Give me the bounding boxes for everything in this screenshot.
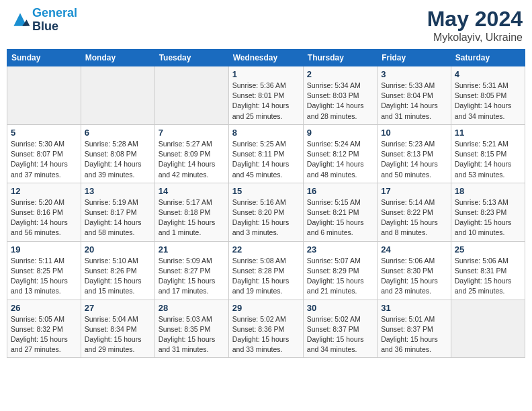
day-number: 27 bbox=[85, 303, 151, 313]
day-number: 11 bbox=[455, 128, 521, 138]
day-info: Sunrise: 5:25 AM Sunset: 8:11 PM Dayligh… bbox=[232, 139, 300, 180]
day-info: Sunrise: 5:16 AM Sunset: 8:20 PM Dayligh… bbox=[232, 197, 300, 238]
day-info: Sunrise: 5:19 AM Sunset: 8:17 PM Dayligh… bbox=[85, 197, 151, 238]
calendar-cell: 10Sunrise: 5:23 AM Sunset: 8:13 PM Dayli… bbox=[378, 124, 451, 183]
calendar-cell: 11Sunrise: 5:21 AM Sunset: 8:15 PM Dayli… bbox=[451, 124, 525, 183]
day-number: 5 bbox=[11, 128, 77, 138]
day-info: Sunrise: 5:03 AM Sunset: 8:35 PM Dayligh… bbox=[159, 314, 225, 355]
day-number: 16 bbox=[307, 186, 373, 196]
calendar-cell: 8Sunrise: 5:25 AM Sunset: 8:11 PM Daylig… bbox=[228, 124, 303, 183]
day-info: Sunrise: 5:31 AM Sunset: 8:05 PM Dayligh… bbox=[455, 81, 521, 122]
calendar-cell bbox=[7, 66, 81, 125]
day-info: Sunrise: 5:21 AM Sunset: 8:15 PM Dayligh… bbox=[455, 139, 521, 180]
day-number: 23 bbox=[307, 244, 373, 255]
calendar-cell: 16Sunrise: 5:15 AM Sunset: 8:21 PM Dayli… bbox=[303, 183, 377, 241]
calendar-cell: 15Sunrise: 5:16 AM Sunset: 8:20 PM Dayli… bbox=[228, 183, 303, 241]
calendar-cell: 1Sunrise: 5:36 AM Sunset: 8:01 PM Daylig… bbox=[228, 66, 303, 125]
calendar-week-row: 26Sunrise: 5:05 AM Sunset: 8:32 PM Dayli… bbox=[7, 300, 525, 358]
day-number: 15 bbox=[232, 186, 300, 196]
calendar-cell: 23Sunrise: 5:07 AM Sunset: 8:29 PM Dayli… bbox=[303, 241, 377, 300]
calendar-cell: 31Sunrise: 5:01 AM Sunset: 8:37 PM Dayli… bbox=[378, 300, 451, 358]
calendar-cell bbox=[81, 66, 154, 125]
calendar-cell: 12Sunrise: 5:20 AM Sunset: 8:16 PM Dayli… bbox=[7, 183, 81, 241]
day-info: Sunrise: 5:30 AM Sunset: 8:07 PM Dayligh… bbox=[11, 139, 77, 180]
calendar-cell: 22Sunrise: 5:08 AM Sunset: 8:28 PM Dayli… bbox=[228, 241, 303, 300]
day-number: 19 bbox=[11, 244, 77, 255]
weekday-header: Wednesday bbox=[228, 50, 303, 66]
day-info: Sunrise: 5:05 AM Sunset: 8:32 PM Dayligh… bbox=[11, 314, 77, 355]
day-number: 14 bbox=[159, 186, 225, 196]
day-number: 2 bbox=[307, 69, 373, 79]
calendar-cell bbox=[154, 66, 228, 125]
weekday-header: Sunday bbox=[7, 50, 81, 66]
day-info: Sunrise: 5:20 AM Sunset: 8:16 PM Dayligh… bbox=[11, 197, 77, 238]
day-info: Sunrise: 5:34 AM Sunset: 8:03 PM Dayligh… bbox=[307, 81, 373, 122]
calendar-cell: 5Sunrise: 5:30 AM Sunset: 8:07 PM Daylig… bbox=[7, 124, 81, 183]
calendar-cell: 14Sunrise: 5:17 AM Sunset: 8:18 PM Dayli… bbox=[154, 183, 228, 241]
day-info: Sunrise: 5:28 AM Sunset: 8:08 PM Dayligh… bbox=[85, 139, 151, 180]
day-number: 18 bbox=[455, 186, 521, 196]
day-info: Sunrise: 5:13 AM Sunset: 8:23 PM Dayligh… bbox=[455, 197, 521, 238]
calendar-table: SundayMondayTuesdayWednesdayThursdayFrid… bbox=[7, 49, 525, 358]
day-info: Sunrise: 5:02 AM Sunset: 8:36 PM Dayligh… bbox=[232, 314, 300, 355]
calendar-cell: 29Sunrise: 5:02 AM Sunset: 8:36 PM Dayli… bbox=[228, 300, 303, 358]
day-info: Sunrise: 5:33 AM Sunset: 8:04 PM Dayligh… bbox=[381, 81, 447, 122]
day-number: 3 bbox=[381, 69, 447, 79]
day-info: Sunrise: 5:09 AM Sunset: 8:27 PM Dayligh… bbox=[159, 256, 225, 297]
calendar-cell: 3Sunrise: 5:33 AM Sunset: 8:04 PM Daylig… bbox=[378, 66, 451, 125]
calendar-cell: 27Sunrise: 5:04 AM Sunset: 8:34 PM Dayli… bbox=[81, 300, 154, 358]
day-number: 22 bbox=[232, 244, 300, 255]
day-number: 7 bbox=[159, 128, 225, 138]
day-number: 24 bbox=[381, 244, 447, 255]
calendar-cell: 13Sunrise: 5:19 AM Sunset: 8:17 PM Dayli… bbox=[81, 183, 154, 241]
weekday-header: Monday bbox=[81, 50, 154, 66]
day-number: 29 bbox=[232, 303, 300, 313]
day-number: 30 bbox=[307, 303, 373, 313]
day-number: 8 bbox=[232, 128, 300, 138]
calendar-cell: 2Sunrise: 5:34 AM Sunset: 8:03 PM Daylig… bbox=[303, 66, 377, 125]
day-number: 6 bbox=[85, 128, 151, 138]
day-number: 1 bbox=[232, 69, 300, 79]
day-number: 17 bbox=[381, 186, 447, 196]
day-info: Sunrise: 5:27 AM Sunset: 8:09 PM Dayligh… bbox=[159, 139, 225, 180]
day-number: 25 bbox=[455, 244, 521, 255]
day-info: Sunrise: 5:06 AM Sunset: 8:30 PM Dayligh… bbox=[381, 256, 447, 297]
day-number: 4 bbox=[455, 69, 521, 79]
page-header: General Blue May 2024 Mykolayiv, Ukraine bbox=[7, 7, 525, 44]
day-info: Sunrise: 5:36 AM Sunset: 8:01 PM Dayligh… bbox=[232, 81, 300, 122]
calendar-header-row: SundayMondayTuesdayWednesdayThursdayFrid… bbox=[7, 50, 525, 66]
calendar-cell: 7Sunrise: 5:27 AM Sunset: 8:09 PM Daylig… bbox=[154, 124, 228, 183]
day-info: Sunrise: 5:17 AM Sunset: 8:18 PM Dayligh… bbox=[159, 197, 225, 238]
calendar-cell: 24Sunrise: 5:06 AM Sunset: 8:30 PM Dayli… bbox=[378, 241, 451, 300]
day-number: 20 bbox=[85, 244, 151, 255]
day-number: 13 bbox=[85, 186, 151, 196]
location-title: Mykolayiv, Ukraine bbox=[427, 32, 523, 44]
weekday-header: Saturday bbox=[451, 50, 525, 66]
weekday-header: Tuesday bbox=[154, 50, 228, 66]
calendar-cell: 9Sunrise: 5:24 AM Sunset: 8:12 PM Daylig… bbox=[303, 124, 377, 183]
day-info: Sunrise: 5:24 AM Sunset: 8:12 PM Dayligh… bbox=[307, 139, 373, 180]
month-title: May 2024 bbox=[427, 7, 523, 32]
day-info: Sunrise: 5:08 AM Sunset: 8:28 PM Dayligh… bbox=[232, 256, 300, 297]
day-number: 26 bbox=[11, 303, 77, 313]
calendar-cell: 6Sunrise: 5:28 AM Sunset: 8:08 PM Daylig… bbox=[81, 124, 154, 183]
calendar-cell: 30Sunrise: 5:02 AM Sunset: 8:37 PM Dayli… bbox=[303, 300, 377, 358]
day-number: 9 bbox=[307, 128, 373, 138]
title-block: May 2024 Mykolayiv, Ukraine bbox=[427, 7, 523, 44]
calendar-cell: 18Sunrise: 5:13 AM Sunset: 8:23 PM Dayli… bbox=[451, 183, 525, 241]
day-info: Sunrise: 5:04 AM Sunset: 8:34 PM Dayligh… bbox=[85, 314, 151, 355]
day-info: Sunrise: 5:23 AM Sunset: 8:13 PM Dayligh… bbox=[381, 139, 447, 180]
calendar-cell: 19Sunrise: 5:11 AM Sunset: 8:25 PM Dayli… bbox=[7, 241, 81, 300]
calendar-week-row: 1Sunrise: 5:36 AM Sunset: 8:01 PM Daylig… bbox=[7, 66, 525, 125]
calendar-week-row: 5Sunrise: 5:30 AM Sunset: 8:07 PM Daylig… bbox=[7, 124, 525, 183]
calendar-cell: 26Sunrise: 5:05 AM Sunset: 8:32 PM Dayli… bbox=[7, 300, 81, 358]
calendar-cell: 25Sunrise: 5:06 AM Sunset: 8:31 PM Dayli… bbox=[451, 241, 525, 300]
day-info: Sunrise: 5:07 AM Sunset: 8:29 PM Dayligh… bbox=[307, 256, 373, 297]
calendar-cell: 28Sunrise: 5:03 AM Sunset: 8:35 PM Dayli… bbox=[154, 300, 228, 358]
day-info: Sunrise: 5:14 AM Sunset: 8:22 PM Dayligh… bbox=[381, 197, 447, 238]
calendar-cell: 17Sunrise: 5:14 AM Sunset: 8:22 PM Dayli… bbox=[378, 183, 451, 241]
day-number: 21 bbox=[159, 244, 225, 255]
calendar-cell bbox=[451, 300, 525, 358]
weekday-header: Friday bbox=[378, 50, 451, 66]
logo-icon bbox=[9, 11, 31, 30]
